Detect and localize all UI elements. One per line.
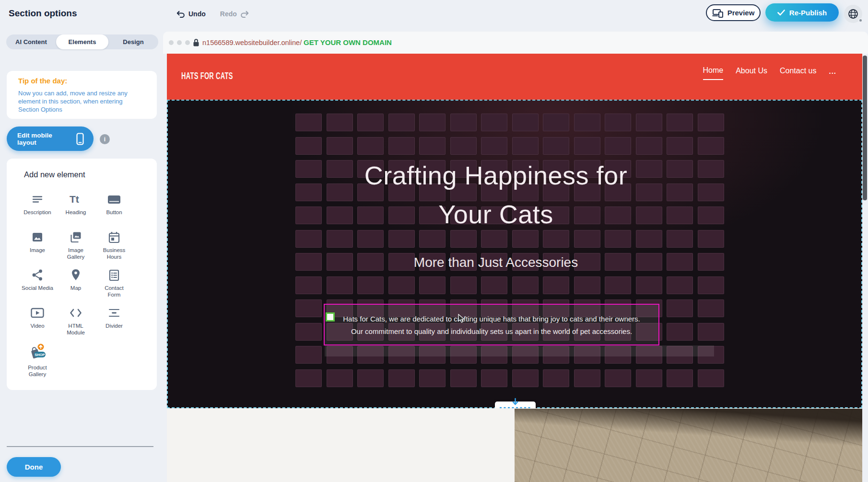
undo-label: Undo <box>188 10 206 18</box>
tip-of-the-day-card: Tip of the day: Now you can add, move an… <box>7 71 157 119</box>
devices-icon <box>712 8 724 18</box>
undo-button[interactable]: Undo <box>176 10 206 18</box>
add-element-panel: Add new element Description Tt Heading B… <box>7 159 157 390</box>
redo-button[interactable]: Redo <box>220 10 249 18</box>
nav-more-icon[interactable]: ... <box>829 67 836 80</box>
sidebar-divider <box>7 446 153 447</box>
pavement-shadow <box>515 409 862 449</box>
tip-body: Now you can add, move and resize any ele… <box>18 89 140 114</box>
language-globe-button[interactable] <box>844 5 862 23</box>
element-heading[interactable]: Tt Heading <box>57 187 95 225</box>
globe-icon <box>847 8 859 20</box>
info-icon[interactable]: i <box>100 134 110 144</box>
redo-icon <box>240 10 249 18</box>
button-icon <box>107 191 121 207</box>
tab-elements[interactable]: Elements <box>56 34 108 49</box>
html-module-icon <box>69 305 82 321</box>
redo-label: Redo <box>220 10 237 18</box>
element-video[interactable]: Video <box>18 301 57 339</box>
element-divider[interactable]: Divider <box>95 301 133 339</box>
product-gallery-icon: SHOP <box>28 343 47 363</box>
video-icon <box>30 305 45 321</box>
site-nav: Home About Us Contact us ... <box>703 66 837 80</box>
site-url[interactable]: n1566589.websitebuilder.online/ <box>202 39 302 46</box>
lock-icon <box>193 38 199 47</box>
preview-button[interactable]: Preview <box>706 4 761 21</box>
topbar-actions: Preview Re-Publish <box>705 0 868 28</box>
hero-body-text: Hats for Cats, we are dedicated to craft… <box>325 313 658 338</box>
tip-title: Tip of the day: <box>18 77 67 85</box>
nav-about-us[interactable]: About Us <box>736 67 767 80</box>
get-your-own-domain-link[interactable]: GET YOUR OWN DOMAIN <box>304 38 392 46</box>
undo-redo-group: Undo Redo <box>176 0 249 28</box>
map-icon <box>70 267 82 283</box>
divider-icon <box>108 305 120 321</box>
selected-text-element[interactable]: Hats for Cats, we are dedicated to craft… <box>324 304 659 345</box>
done-button[interactable]: Done <box>7 457 61 477</box>
section-resize-handle[interactable] <box>495 402 536 408</box>
edit-mobile-label: Edit mobile layout <box>17 132 69 146</box>
browser-address-bar: n1566589.websitebuilder.online/ GET YOUR… <box>163 32 868 54</box>
element-social-media[interactable]: Social Media <box>18 263 57 301</box>
hero-section[interactable]: Crafting Happiness for Your Cats More th… <box>167 100 862 408</box>
svg-text:Tt: Tt <box>70 194 79 205</box>
nav-contact-us[interactable]: Contact us <box>780 67 816 80</box>
tab-design[interactable]: Design <box>108 34 158 49</box>
element-image-gallery[interactable]: Image Gallery <box>57 225 95 263</box>
next-section[interactable] <box>167 408 862 482</box>
element-business-hours[interactable]: Business Hours <box>95 225 133 263</box>
site-header: HATS FOR CATS Home About Us Contact us .… <box>167 54 862 100</box>
hero-heading[interactable]: Crafting Happiness for Your Cats <box>167 156 825 234</box>
pavement-photo <box>515 409 862 482</box>
nav-home[interactable]: Home <box>703 66 724 80</box>
republish-button[interactable]: Re-Publish <box>765 3 839 22</box>
shop-badge: SHOP <box>35 353 45 357</box>
heading-icon: Tt <box>69 191 83 207</box>
globe-status-dot <box>858 18 863 23</box>
element-button[interactable]: Button <box>95 187 133 225</box>
mobile-phone-icon <box>76 133 84 145</box>
tab-ai-content[interactable]: AI Content <box>6 34 56 49</box>
element-grid: Description Tt Heading Button Image <box>18 187 144 377</box>
sidebar-tabs: AI Content Elements Design <box>6 34 158 49</box>
undo-icon <box>176 10 185 18</box>
element-map[interactable]: Map <box>57 263 95 301</box>
page-title: Section options <box>9 8 77 19</box>
social-media-icon <box>31 267 44 283</box>
contact-form-icon <box>108 267 120 283</box>
site-logo[interactable]: HATS FOR CATS <box>181 70 233 81</box>
element-contact-form[interactable]: Contact Form <box>95 263 133 301</box>
element-html-module[interactable]: HTML Module <box>57 301 95 339</box>
republish-label: Re-Publish <box>789 9 827 17</box>
edit-mobile-layout-button[interactable]: Edit mobile layout <box>7 126 94 151</box>
app-window: Section options Undo Redo Preview Re-P <box>0 0 868 482</box>
image-icon <box>31 229 44 245</box>
element-hover-strip <box>325 345 714 356</box>
business-hours-icon <box>108 229 120 245</box>
hero-subheading[interactable]: More than Just Accessories <box>167 255 825 270</box>
preview-label: Preview <box>727 9 755 17</box>
element-image[interactable]: Image <box>18 225 57 263</box>
check-icon <box>777 10 785 16</box>
element-description[interactable]: Description <box>18 187 57 225</box>
image-gallery-icon <box>69 229 82 245</box>
description-icon <box>31 191 44 207</box>
element-product-gallery[interactable]: SHOP Product Gallery <box>18 339 57 377</box>
preview-scrollbar[interactable] <box>863 56 867 200</box>
browser-dots-icon <box>169 40 190 45</box>
resize-corner-handle[interactable] <box>326 312 335 321</box>
add-element-title: Add new element <box>24 170 85 179</box>
